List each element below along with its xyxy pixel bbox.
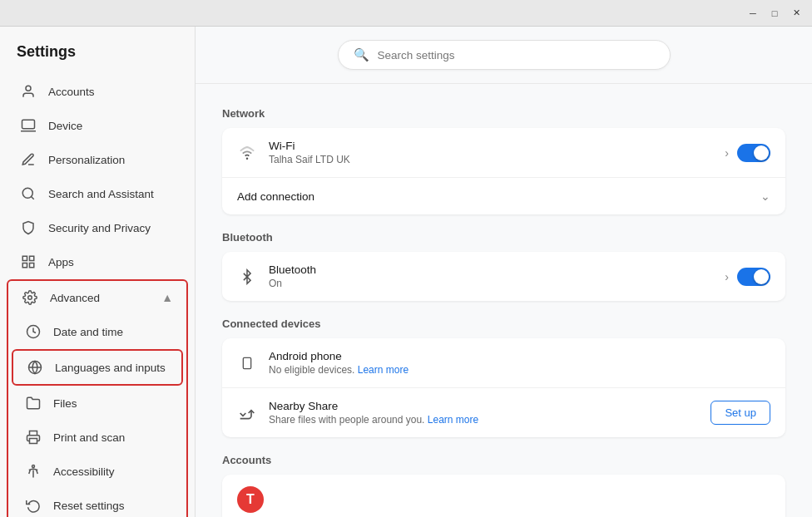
nearby-share-setup-button[interactable]: Set up: [710, 401, 770, 425]
svg-rect-6: [30, 263, 34, 268]
svg-point-11: [32, 465, 35, 468]
sidebar-item-print-scan-label: Print and scan: [53, 431, 125, 444]
sidebar-item-apps[interactable]: Apps: [7, 245, 188, 278]
maximize-button[interactable]: □: [765, 4, 784, 22]
app-title: Settings: [0, 37, 195, 74]
reset-icon: [25, 497, 42, 514]
bluetooth-row[interactable]: Bluetooth On ›: [222, 252, 785, 301]
settings-icon: [22, 289, 38, 306]
nearby-share-icon: [237, 403, 257, 423]
close-button[interactable]: ✕: [787, 4, 805, 22]
print-icon: [25, 429, 42, 446]
sidebar-item-files-label: Files: [53, 397, 77, 410]
connected-devices-card: Android phone No eligible devices. Learn…: [222, 338, 785, 437]
nearby-share-learn-more-link[interactable]: Learn more: [428, 414, 478, 426]
svg-rect-10: [30, 439, 37, 444]
bluetooth-toggle-knob: [754, 269, 769, 284]
advanced-section: Advanced ▲ Date and time: [7, 279, 188, 517]
advanced-label: Advanced: [50, 292, 100, 304]
add-connection-label: Add connection: [237, 190, 314, 203]
shield-icon: [20, 219, 37, 236]
laptop-icon: [20, 117, 37, 134]
sidebar-item-apps-label: Apps: [48, 256, 74, 268]
sidebar-item-reset-label: Reset settings: [53, 500, 125, 512]
sidebar-item-accessibility[interactable]: Accessibility: [12, 455, 183, 488]
search-bar: 🔍: [338, 40, 671, 70]
sidebar-item-personalization[interactable]: Personalization: [7, 143, 188, 176]
svg-point-0: [26, 86, 31, 91]
minimize-button[interactable]: ─: [744, 4, 762, 22]
sidebar-item-accounts[interactable]: Accounts: [7, 75, 188, 108]
sidebar-item-languages[interactable]: Languages and inputs: [12, 349, 183, 386]
wifi-actions: ›: [725, 144, 770, 162]
search-nav-icon: [20, 185, 37, 202]
app-body: Settings Accounts Device: [0, 27, 812, 517]
android-phone-icon: [237, 353, 257, 373]
bluetooth-info: Bluetooth On: [269, 263, 713, 289]
add-connection-chevron-icon: ⌄: [760, 190, 770, 203]
pen-icon: [20, 151, 37, 168]
nearby-share-subtitle: Share files with people around you. Lear…: [269, 414, 699, 426]
sidebar: Settings Accounts Device: [0, 27, 196, 517]
sidebar-item-reset[interactable]: Reset settings: [12, 489, 183, 517]
svg-rect-3: [22, 256, 27, 260]
nearby-share-name: Nearby Share: [269, 400, 699, 412]
main-content: Network Wi-Fi Talha Saif LTD UK: [196, 84, 812, 517]
account-row-preview: T: [222, 475, 785, 517]
add-connection-row[interactable]: Add connection ⌄: [222, 178, 785, 214]
person-icon: [20, 83, 37, 100]
sidebar-item-security[interactable]: Security and Privacy: [7, 211, 188, 244]
svg-rect-13: [243, 357, 250, 368]
svg-point-7: [28, 296, 32, 300]
search-bar-container: 🔍: [196, 27, 812, 84]
android-phone-name: Android phone: [269, 350, 770, 362]
search-input[interactable]: [378, 49, 655, 62]
globe-icon: [27, 359, 43, 376]
wifi-chevron-icon: ›: [725, 146, 729, 160]
wifi-network: Talha Saif LTD UK: [269, 154, 713, 165]
bluetooth-toggle[interactable]: [737, 268, 770, 286]
bluetooth-actions: ›: [725, 268, 770, 286]
sidebar-item-print-scan[interactable]: Print and scan: [12, 421, 183, 454]
sidebar-item-personalization-label: Personalization: [48, 154, 125, 166]
main-panel: 🔍 Network: [196, 27, 812, 517]
titlebar: ─ □ ✕: [0, 0, 812, 27]
advanced-header[interactable]: Advanced ▲: [8, 281, 186, 314]
sidebar-item-search-assistant[interactable]: Search and Assistant: [7, 177, 188, 210]
wifi-name: Wi-Fi: [269, 140, 713, 152]
sidebar-item-date-time-label: Date and time: [53, 326, 123, 338]
svg-rect-4: [30, 256, 34, 260]
sidebar-item-device-label: Device: [48, 120, 82, 132]
bluetooth-status: On: [269, 278, 713, 289]
network-card: Wi-Fi Talha Saif LTD UK › Add connection…: [222, 128, 785, 214]
android-phone-learn-more-link[interactable]: Learn more: [358, 364, 408, 376]
sidebar-item-accessibility-label: Accessibility: [53, 465, 115, 478]
accounts-preview-card: T: [222, 475, 785, 517]
nearby-share-info: Nearby Share Share files with people aro…: [269, 400, 699, 426]
network-section-title: Network: [222, 107, 785, 120]
chevron-up-icon: ▲: [161, 291, 173, 304]
android-phone-info: Android phone No eligible devices. Learn…: [269, 350, 770, 376]
grid-icon: [20, 254, 37, 270]
wifi-toggle[interactable]: [737, 144, 770, 162]
android-phone-row[interactable]: Android phone No eligible devices. Learn…: [222, 338, 785, 388]
bluetooth-section-title: Bluetooth: [222, 231, 785, 244]
wifi-row[interactable]: Wi-Fi Talha Saif LTD UK ›: [222, 128, 785, 178]
account-avatar: T: [237, 486, 264, 513]
sidebar-item-files[interactable]: Files: [12, 387, 183, 420]
wifi-info: Wi-Fi Talha Saif LTD UK: [269, 140, 713, 165]
sidebar-item-accounts-label: Accounts: [48, 86, 95, 98]
bluetooth-icon: [237, 267, 257, 287]
nearby-share-row[interactable]: Nearby Share Share files with people aro…: [222, 388, 785, 437]
sidebar-item-languages-label: Languages and inputs: [55, 362, 166, 374]
nearby-share-actions: Set up: [710, 401, 770, 425]
search-icon: 🔍: [354, 47, 369, 62]
sidebar-item-search-label: Search and Assistant: [48, 188, 154, 200]
bluetooth-name: Bluetooth: [269, 263, 713, 276]
sidebar-item-device[interactable]: Device: [7, 109, 188, 142]
bluetooth-chevron-icon: ›: [725, 270, 729, 283]
wifi-toggle-knob: [754, 145, 769, 160]
sidebar-item-date-time[interactable]: Date and time: [12, 315, 183, 348]
svg-point-12: [246, 157, 249, 160]
svg-rect-5: [22, 263, 27, 268]
